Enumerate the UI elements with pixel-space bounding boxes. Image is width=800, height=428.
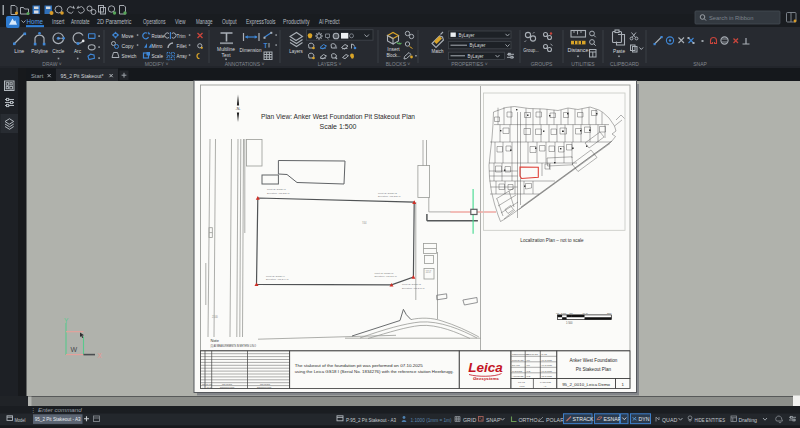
svg-text:Array: Array	[177, 53, 188, 59]
svg-text:Elevation: 405,246 m: Elevation: 405,246 m	[374, 275, 396, 278]
svg-text:SNAP: SNAP	[693, 61, 707, 67]
svg-text:GRID: GRID	[463, 417, 476, 423]
svg-text:Stretch: Stretch	[122, 53, 137, 59]
svg-text:744: 744	[362, 221, 367, 225]
svg-text:Rotate: Rotate	[152, 33, 165, 39]
svg-text:X: X	[98, 352, 103, 359]
svg-text:2D Parametric: 2D Parametric	[97, 18, 132, 25]
svg-text:M.B.: M.B.	[527, 370, 532, 372]
svg-text:P:95_2 Pit Stakeout - A3: P:95_2 Pit Stakeout - A3	[346, 417, 396, 423]
svg-text:(1) All MEASUREMENTS IN METERS: (1) All MEASUREMENTS IN METERS U.N.O	[211, 344, 257, 348]
svg-text:LAYERS ˅: LAYERS ˅	[318, 61, 342, 67]
svg-text:Elevation: 405,230 m: Elevation: 405,230 m	[267, 192, 289, 195]
svg-text:DATE: DATE	[207, 383, 213, 385]
svg-text:Scale: Scale	[152, 53, 164, 59]
svg-text:1:500: 1:500	[520, 385, 526, 387]
svg-text:Drafting: Drafting	[739, 417, 758, 423]
svg-text:Operations: Operations	[143, 18, 166, 26]
svg-text:SURVEYOR: SURVEYOR	[512, 359, 524, 361]
svg-text:M.B.: M.B.	[527, 375, 532, 377]
svg-text:Circle: Circle	[52, 48, 64, 54]
svg-text:DRAWN: DRAWN	[512, 364, 520, 366]
svg-text:Localization Plan – not to sca: Localization Plan – not to scale	[520, 238, 584, 243]
svg-text:MODIFY ˅: MODIFY ˅	[145, 61, 169, 67]
svg-text:T.M.: T.M.	[527, 359, 531, 361]
svg-text:Layers: Layers	[289, 48, 303, 54]
svg-text:2.5m: 2.5m	[561, 312, 566, 314]
svg-text:ByLayer: ByLayer	[459, 32, 475, 38]
svg-text:Enter command: Enter command	[38, 406, 82, 413]
svg-text:T: T	[264, 42, 268, 49]
svg-text:QUAD: QUAD	[662, 417, 677, 423]
svg-text:REVISION: REVISION	[260, 383, 270, 385]
svg-text:Insert: Insert	[52, 18, 65, 25]
svg-text:T.M.: T.M.	[527, 364, 531, 366]
svg-text:DRAW ˅: DRAW ˅	[42, 61, 61, 67]
svg-text:Arc: Arc	[74, 48, 81, 54]
svg-text:GROUPS: GROUPS	[531, 61, 553, 67]
svg-text:DESCRIPTION: DESCRIPTION	[220, 386, 235, 388]
svg-text:Home: Home	[27, 18, 44, 25]
svg-text:ESNAP: ESNAP	[604, 416, 622, 422]
svg-text:25m: 25m	[607, 312, 612, 314]
svg-text:DYN: DYN	[639, 416, 650, 422]
svg-text:UTILITIES: UTILITIES	[571, 61, 595, 67]
svg-text:Start: Start	[31, 73, 44, 79]
svg-text:CLIPBOARD: CLIPBOARD	[610, 61, 639, 67]
svg-text:Block...: Block...	[387, 52, 401, 58]
svg-text:Elevation: 405,241 m: Elevation: 405,241 m	[402, 287, 424, 290]
svg-text:0m: 0m	[556, 312, 559, 314]
svg-text:07.10.2025: 07.10.2025	[542, 364, 553, 366]
svg-text:Trim: Trim	[177, 33, 186, 39]
svg-text:95_2 Pit Stakeout - A3: 95_2 Pit Stakeout - A3	[35, 416, 81, 422]
svg-text:Move: Move	[122, 33, 134, 39]
svg-text:CHECKED: CHECKED	[512, 370, 523, 372]
svg-text:PROPERTIES ˅: PROPERTIES ˅	[451, 61, 488, 67]
svg-text:STRACK: STRACK	[573, 416, 595, 422]
svg-text:Geosystems: Geosystems	[473, 376, 500, 381]
svg-text:HIDE ENTITIES: HIDE ENTITIES	[695, 417, 726, 423]
svg-text:DESCRIPTION: DESCRIPTION	[257, 386, 272, 388]
svg-text:Paste: Paste	[613, 48, 625, 54]
svg-text:5m: 5m	[570, 312, 573, 314]
svg-text:07.10.2025: 07.10.2025	[542, 370, 553, 372]
svg-text:W: W	[71, 346, 78, 353]
svg-text:APPROVED: APPROVED	[512, 375, 524, 377]
svg-text:Manage: Manage	[196, 18, 213, 26]
svg-text:1:1000 (1mm = 1m): 1:1000 (1mm = 1m)	[411, 417, 452, 423]
svg-text:Text: Text	[222, 52, 232, 58]
svg-text:Pit Stakeout Plan: Pit Stakeout Plan	[576, 367, 612, 372]
svg-text:Anker West Foundation: Anker West Foundation	[569, 358, 617, 363]
svg-text:Note: Note	[211, 338, 220, 343]
svg-text:Match: Match	[432, 48, 444, 54]
svg-text:SCALE: SCALE	[518, 381, 525, 383]
svg-text:using the Leica GS18 I (Serial: using the Leica GS18 I (Serial No. 18342…	[295, 369, 454, 374]
svg-text:Dimension: Dimension	[240, 47, 262, 53]
svg-text:Line: Line	[14, 48, 24, 54]
svg-text:DATE: DATE	[542, 353, 548, 355]
svg-text:SURVEYED: SURVEYED	[527, 353, 539, 355]
svg-text:AI Predict: AI Predict	[319, 18, 340, 25]
svg-text:Search in Ribbon: Search in Ribbon	[709, 15, 753, 21]
svg-text:Plan View: Anker West Foundati: Plan View: Anker West Foundation Pit Sta…	[261, 113, 415, 120]
svg-text:Fillet: Fillet	[177, 43, 187, 49]
svg-text:-N-: -N-	[236, 107, 242, 111]
svg-text:ORTHO: ORTHO	[519, 417, 538, 423]
svg-text:ByLayer: ByLayer	[470, 42, 486, 48]
svg-text:Scale 1:500: Scale 1:500	[320, 123, 357, 130]
svg-text:Elevation: 405,244 m: Elevation: 405,244 m	[266, 278, 288, 281]
svg-text:Output: Output	[222, 18, 237, 26]
svg-text:Elevation: 405,237 m: Elevation: 405,237 m	[378, 195, 400, 198]
svg-text:Productivity: Productivity	[283, 18, 310, 26]
svg-text:Copy: Copy	[122, 43, 134, 49]
svg-text:Y: Y	[64, 317, 69, 324]
svg-text:BLOCKS ˅: BLOCKS ˅	[386, 61, 411, 67]
svg-text:PAGE SIZE: PAGE SIZE	[540, 381, 551, 383]
svg-text:The stakeout of the foundation: The stakeout of the foundation pit was p…	[295, 363, 424, 368]
svg-text:2140: 2140	[212, 315, 218, 319]
svg-text:POLAR: POLAR	[546, 417, 564, 423]
svg-text:ANNOTATIONS ˅: ANNOTATIONS ˅	[225, 61, 265, 67]
svg-text:10 m: 10 m	[583, 312, 588, 314]
svg-text:1:500: 1:500	[566, 321, 573, 325]
svg-text:Distance: Distance	[568, 47, 589, 53]
